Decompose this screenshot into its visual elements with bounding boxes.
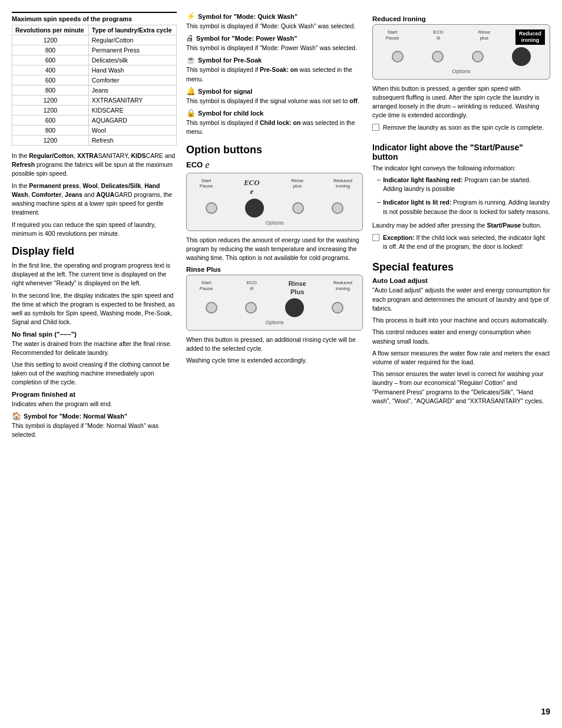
btn-reduced-2[interactable] — [332, 302, 343, 314]
btn-eco-3[interactable] — [432, 51, 444, 62]
options-label-2: Options — [191, 319, 358, 325]
panel2-labels: StartPause ECOΘ RinsePlus Reducedironing — [191, 280, 358, 295]
display-para1: In the first line, the operating and pro… — [12, 261, 177, 288]
table-row: 1200Refresh — [12, 136, 177, 146]
col-header-type: Type of laundry/Extra cycle — [88, 25, 176, 35]
page-layout: Maximum spin speeds of the programs Revo… — [12, 12, 550, 442]
checkbox-exception — [372, 234, 379, 241]
btn-rinse-3[interactable] — [472, 51, 484, 62]
panel1-label-reduced: Reducedironing — [328, 178, 358, 196]
btn-rinse-plus-active[interactable] — [285, 298, 304, 317]
panel1-labels: StartPause ECOe Rinseplus Reducedironing — [191, 178, 358, 196]
auto-load-para2: This process is built into your machine … — [372, 316, 550, 325]
option-buttons-title: Option buttons — [186, 144, 363, 156]
table-row: 800Permanent Press — [12, 45, 177, 55]
btn-reduced-active[interactable] — [512, 47, 531, 66]
symbol-presoak-row: ☕ Symbol for Pre-Soak — [186, 55, 363, 64]
btn-rinse-plus-1[interactable] — [292, 202, 304, 214]
symbol-childlock-row: 🔒 Symbol for child lock — [186, 108, 363, 117]
eco-section-label: ECO — [186, 160, 203, 169]
rinse-plus-control-panel: StartPause ECOΘ RinsePlus Reducedironing… — [186, 275, 363, 330]
para-permanent-press: In the Permanent press, Wool, Delicates/… — [12, 182, 177, 218]
symbol-power-row: 🖨 Symbol for "Mode: Power Wash" — [186, 34, 363, 42]
reduced-ironing-checkbox-para: Remove the laundry as soon as the spin c… — [383, 123, 544, 132]
symbol-power-para: This symbol is displayed if "Mode: Power… — [186, 44, 363, 52]
page-number: 19 — [541, 707, 550, 716]
special-features-title: Special features — [372, 261, 550, 274]
para-regular-cotton: In the Regular/Cotton, XXTRASANITARY, KI… — [12, 151, 177, 179]
table-cell-type: KIDSCARE — [88, 106, 176, 116]
power-wash-icon: 🖨 — [186, 34, 194, 42]
table-cell-type: Comforter — [88, 75, 176, 85]
no-final-spin-para1: The water is drained from the machine af… — [12, 340, 177, 357]
panel2-label-start: StartPause — [191, 280, 221, 295]
panel2-buttons — [191, 298, 358, 317]
btn-start-pause-1[interactable] — [206, 202, 217, 214]
table-cell-rpm: 600 — [12, 116, 89, 126]
col-header-rpm: Revolutions per minute — [12, 25, 89, 35]
program-finished-para: Indicates when the program will end. — [12, 400, 177, 409]
presoak-icon: ☕ — [186, 55, 196, 64]
symbol-quick-title: Symbol for "Mode: Quick Wash" — [198, 13, 297, 20]
panel1-label-eco: ECOe — [237, 178, 266, 196]
auto-load-para5: This sensor ensures the water level is c… — [372, 370, 550, 406]
display-field-title: Display field — [12, 245, 177, 258]
table-cell-rpm: 800 — [12, 85, 89, 95]
eco-e-symbol: e — [205, 160, 209, 170]
eco-control-panel: StartPause ECOe Rinseplus Reducedironing… — [186, 173, 363, 231]
table-cell-rpm: 800 — [12, 45, 89, 55]
panel1-label-rinse: Rinseplus — [283, 178, 312, 196]
symbol-quick-row: ⚡ Symbol for "Mode: Quick Wash" — [186, 12, 363, 21]
right-column: Reduced Ironing StartPause ECOΘ Rinseplu… — [372, 12, 550, 442]
indicator-bullet-1-text: Indicator light flashing red: Program ca… — [383, 176, 550, 193]
table-cell-rpm: 1200 — [12, 106, 89, 116]
table-row: 800Jeans — [12, 85, 177, 95]
rinse-plus-title: Rinse Plus — [186, 266, 363, 273]
table-cell-type: Jeans — [88, 85, 176, 95]
checkbox-remove-laundry — [372, 124, 379, 131]
no-final-spin-title: No final spin ("–––") — [12, 331, 177, 338]
table-row: 800Wool — [12, 126, 177, 136]
auto-load-title: Auto Load adjust — [372, 277, 550, 284]
normal-wash-icon: 🏠 — [12, 411, 21, 420]
options-label-3: Options — [378, 68, 545, 74]
panel1-label-start: StartPause — [191, 178, 221, 196]
auto-load-para3: This control reduces water and energy co… — [372, 328, 550, 345]
reduced-ironing-title: Reduced Ironing — [372, 15, 550, 22]
panel3-buttons — [378, 47, 545, 66]
btn-start-pause-3[interactable] — [392, 51, 404, 62]
indicator-title: Indicator light above the "Start/Pause" … — [372, 143, 550, 162]
table-section: Maximum spin speeds of the programs Revo… — [12, 12, 177, 146]
left-column: Maximum spin speeds of the programs Revo… — [12, 12, 177, 442]
auto-load-para1: "Auto Load adjust" adjusts the water and… — [372, 286, 550, 313]
indicator-bullet-2-text: Indicator light is lit red: Program is r… — [383, 198, 550, 216]
symbol-signal-title: Symbol for signal — [198, 88, 252, 95]
table-cell-type: XXTRASANITARY — [88, 95, 176, 106]
symbol-signal-para: This symbol is displayed if the signal v… — [186, 97, 363, 106]
symbol-presoak-title: Symbol for Pre-Soak — [198, 57, 262, 64]
reduced-ironing-checkbox-row: Remove the laundry as soon as the spin c… — [372, 123, 550, 135]
table-row: 600AQUAGARD — [12, 116, 177, 126]
exception-text: Exception: If the child lock was selecte… — [383, 233, 550, 251]
panel1-buttons — [191, 199, 358, 218]
btn-start-pause-2[interactable] — [206, 302, 217, 314]
table-row: 600Comforter — [12, 75, 177, 85]
table-cell-type: AQUAGARD — [88, 116, 176, 126]
no-final-spin-para2: Use this setting to avoid creasing if th… — [12, 360, 177, 387]
mid-column: ⚡ Symbol for "Mode: Quick Wash" This sym… — [186, 12, 363, 442]
table-cell-rpm: 1200 — [12, 136, 89, 146]
symbol-quick-para: This symbol is displayed if "Mode: Quick… — [186, 22, 363, 31]
panel3-label-rinse: Rinseplus — [470, 29, 499, 45]
btn-eco-2[interactable] — [245, 302, 257, 314]
eco-para: This option reduces the amount of energy… — [186, 236, 363, 263]
childlock-icon: 🔒 — [186, 108, 196, 117]
indicator-intro-para: The indicator light conveys the followin… — [372, 164, 550, 173]
btn-eco[interactable] — [245, 199, 264, 218]
rinse-plus-para2: Washing cycle time is extended according… — [186, 356, 363, 365]
symbol-power-title: Symbol for "Mode: Power Wash" — [196, 35, 297, 42]
table-cell-type: Hand Wash — [88, 65, 176, 75]
btn-reduced-1[interactable] — [332, 202, 343, 214]
panel3-label-start: StartPause — [378, 29, 407, 45]
table-row: 600Delicates/silk — [12, 55, 177, 65]
display-para2: In the second line, the display indicate… — [12, 291, 177, 327]
